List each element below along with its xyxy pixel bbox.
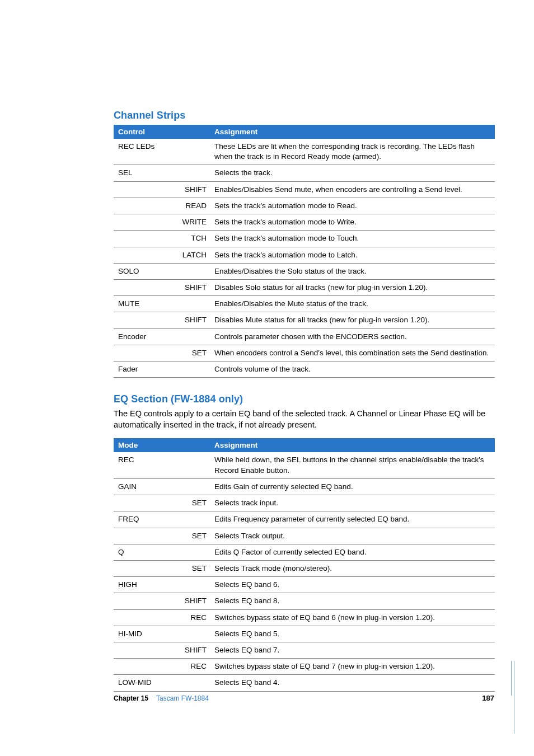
cell-assignment: Switches bypass state of EQ band 6 (new …: [210, 609, 495, 626]
cell-modifier: [175, 296, 210, 312]
cell-control: [114, 312, 175, 328]
table-header-assignment: Assignment: [210, 125, 495, 139]
cell-assignment: Sets the track's automation mode to Read…: [210, 198, 495, 214]
table-row: LOW-MIDSelects EQ band 4.: [114, 675, 495, 691]
table-row: SHIFTEnables/Disables Send mute, when en…: [114, 181, 495, 198]
cell-control: [114, 231, 175, 247]
chapter-label: Chapter 15: [114, 694, 148, 702]
cell-assignment: Selects Track mode (mono/stereo).: [210, 560, 495, 576]
table-row: RECSwitches bypass state of EQ band 6 (n…: [114, 609, 495, 626]
cell-modifier: [175, 626, 210, 642]
cell-modifier: [175, 328, 210, 345]
cell-modifier: SET: [175, 560, 210, 576]
cell-assignment: When encoders control a Send's level, th…: [210, 345, 495, 361]
cell-assignment: Enables/Disables the Solo status of the …: [210, 263, 495, 279]
table-header-control: Control: [114, 125, 210, 139]
cell-assignment: Enables/Disables Send mute, when encoder…: [210, 181, 495, 198]
cell-mode: HI-MID: [114, 626, 175, 642]
cell-control: MUTE: [114, 296, 175, 312]
cell-modifier: SHIFT: [175, 312, 210, 328]
cell-mode: [114, 642, 175, 659]
cell-assignment: Selects Track output.: [210, 528, 495, 544]
table-row: FaderControls volume of the track.: [114, 361, 495, 378]
table-row: EncoderControls parameter chosen with th…: [114, 328, 495, 345]
cell-assignment: Selects EQ band 5.: [210, 626, 495, 642]
section-heading-channel-strips: Channel Strips: [114, 110, 495, 121]
table-header-assignment-2: Assignment: [210, 438, 495, 452]
table-row: SHIFTDisables Solo status for all tracks…: [114, 279, 495, 295]
table-row: QEdits Q Factor of currently selected EQ…: [114, 544, 495, 560]
cell-modifier: SHIFT: [175, 279, 210, 295]
decorative-rules: [513, 661, 514, 734]
cell-control: SEL: [114, 165, 175, 181]
table-row: LATCHSets the track's automation mode to…: [114, 247, 495, 263]
cell-modifier: SET: [175, 345, 210, 361]
table-row: SHIFTDisables Mute status for all tracks…: [114, 312, 495, 328]
cell-modifier: LATCH: [175, 247, 210, 263]
cell-modifier: SHIFT: [175, 593, 210, 609]
cell-mode: GAIN: [114, 478, 175, 495]
decorative-rule-long: [514, 661, 514, 734]
cell-mode: FREQ: [114, 511, 175, 528]
cell-assignment: Selects EQ band 8.: [210, 593, 495, 609]
cell-modifier: [175, 544, 210, 560]
cell-modifier: WRITE: [175, 214, 210, 231]
table-header-mode: Mode: [114, 438, 210, 452]
cell-modifier: REC: [175, 659, 210, 675]
table-row: SETSelects Track mode (mono/stereo).: [114, 560, 495, 576]
cell-control: Encoder: [114, 328, 175, 345]
table-row: RECSwitches bypass state of EQ band 7 (n…: [114, 659, 495, 675]
cell-assignment: Sets the track's automation mode to Writ…: [210, 214, 495, 231]
cell-mode: LOW-MID: [114, 675, 175, 691]
cell-mode: [114, 560, 175, 576]
cell-modifier: [175, 361, 210, 378]
cell-modifier: READ: [175, 198, 210, 214]
table-row: HI-MIDSelects EQ band 5.: [114, 626, 495, 642]
cell-assignment: These LEDs are lit when the correspondin…: [210, 139, 495, 165]
table-row: FREQEdits Frequency parameter of current…: [114, 511, 495, 528]
chapter-title: Tascam FW-1884: [156, 694, 209, 702]
cell-control: SOLO: [114, 263, 175, 279]
table-row: SHIFTSelects EQ band 8.: [114, 593, 495, 609]
cell-assignment: Enables/Disables the Mute status of the …: [210, 296, 495, 312]
table-row: SETWhen encoders control a Send's level,…: [114, 345, 495, 361]
cell-control: [114, 345, 175, 361]
cell-assignment: Selects EQ band 6.: [210, 577, 495, 593]
cell-control: [114, 247, 175, 263]
cell-mode: [114, 659, 175, 675]
cell-modifier: [175, 263, 210, 279]
cell-modifier: SHIFT: [175, 181, 210, 198]
cell-assignment: Edits Frequency parameter of currently s…: [210, 511, 495, 528]
cell-assignment: Selects the track.: [210, 165, 495, 181]
cell-control: [114, 214, 175, 231]
cell-mode: REC: [114, 452, 175, 478]
table-row: MUTEEnables/Disables the Mute status of …: [114, 296, 495, 312]
page-footer: Chapter 15 Tascam FW-1884 187: [114, 694, 494, 702]
table-row: SELSelects the track.: [114, 165, 495, 181]
table-eq-section: Mode Assignment RECWhile held down, the …: [114, 438, 495, 691]
cell-modifier: [175, 511, 210, 528]
cell-modifier: SHIFT: [175, 642, 210, 659]
table-channel-strips: Control Assignment REC LEDsThese LEDs ar…: [114, 125, 495, 378]
cell-assignment: While held down, the SEL buttons in the …: [210, 452, 495, 478]
table-row: SOLOEnables/Disables the Solo status of …: [114, 263, 495, 279]
cell-assignment: Controls parameter chosen with the ENCOD…: [210, 328, 495, 345]
section-heading-eq-section: EQ Section (FW-1884 only): [114, 393, 495, 405]
cell-assignment: Switches bypass state of EQ band 7 (new …: [210, 659, 495, 675]
cell-assignment: Selects EQ band 7.: [210, 642, 495, 659]
cell-mode: Q: [114, 544, 175, 560]
cell-control: Fader: [114, 361, 175, 378]
cell-modifier: [175, 577, 210, 593]
table-row: WRITESets the track's automation mode to…: [114, 214, 495, 231]
table-row: HIGHSelects EQ band 6.: [114, 577, 495, 593]
cell-mode: [114, 528, 175, 544]
cell-assignment: Controls volume of the track.: [210, 361, 495, 378]
cell-assignment: Edits Q Factor of currently selected EQ …: [210, 544, 495, 560]
cell-modifier: [175, 452, 210, 478]
cell-modifier: SET: [175, 495, 210, 511]
cell-modifier: [175, 139, 210, 165]
cell-assignment: Sets the track's automation mode to Latc…: [210, 247, 495, 263]
cell-modifier: [175, 478, 210, 495]
page-number: 187: [482, 694, 494, 702]
intro-text: The EQ controls apply to a certain EQ ba…: [114, 408, 495, 430]
